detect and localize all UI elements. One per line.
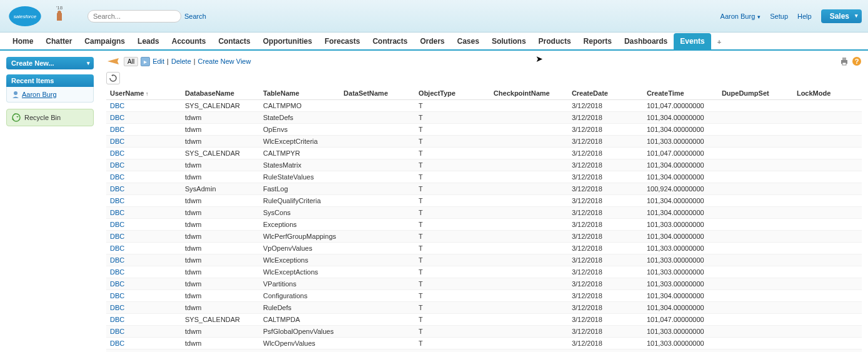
cell: DBC [106,100,181,112]
cell [340,112,415,124]
tab-events[interactable]: Events [674,33,711,49]
cell [793,171,862,183]
tab-orders[interactable]: Orders [414,33,451,49]
table-row[interactable]: DBCtdwmStatesMatrixT3/12/2018101,304.000… [106,159,862,171]
table-row[interactable]: DBCtdwmConfigurationsT3/12/2018101,304.0… [106,290,862,302]
help-icon[interactable]: ? [852,56,862,66]
table-row[interactable]: DBCtdwmWlcExceptActionsT3/12/2018101,303… [106,266,862,278]
tab-reports[interactable]: Reports [577,33,618,49]
tab-products[interactable]: Products [532,33,577,49]
table-row[interactable]: DBCtdwmWlcExceptionsT3/12/2018101,303.00… [106,254,862,266]
tab-home[interactable]: Home [6,33,39,49]
cell [490,219,568,231]
cell [718,231,793,243]
cell [793,112,862,124]
cell: StatesMatrix [259,159,340,171]
tab-dashboards[interactable]: Dashboards [618,33,674,49]
help-link[interactable]: Help [797,13,812,20]
cell [718,112,793,124]
tab-opportunities[interactable]: Opportunities [257,33,319,49]
search-button[interactable]: Search [184,13,206,20]
col-databasename[interactable]: DatabaseName [181,87,259,100]
tab-accounts[interactable]: Accounts [166,33,212,49]
recycle-bin[interactable]: Recycle Bin [6,109,94,126]
col-tablename[interactable]: TableName [259,87,340,100]
cell [490,124,568,136]
tab-forecasts[interactable]: Forecasts [318,33,366,49]
content: All ▸ Edit | Delete | Create New View ? … [100,51,868,352]
col-createtime[interactable]: CreateTime [643,87,718,100]
table-row[interactable]: DBCtdwmPsfGlobalOpenvValuesT3/12/2018101… [106,326,862,338]
tab-chatter[interactable]: Chatter [39,33,78,49]
search-input[interactable] [87,10,181,23]
table-row[interactable]: DBCtdwmStateDefsT3/12/2018101,304.000000… [106,112,862,124]
cell [340,338,415,349]
cell: tdwm [181,302,259,314]
table-row[interactable]: DBCtdwmRuleQualifyCriteriaT3/12/2018101,… [106,195,862,207]
person-icon [12,91,19,98]
table-row[interactable]: DBCtdwmRuleStateValuesT3/12/2018101,304.… [106,171,862,183]
setup-link[interactable]: Setup [770,13,788,20]
col-objecttype[interactable]: ObjectType [415,87,490,100]
cell: tdwm [181,349,259,353]
cell: T [415,136,490,148]
cell [793,338,862,349]
table-row[interactable]: DBCtdwmOpEnvsT3/12/2018101,304.00000000 [106,124,862,136]
tab-campaigns[interactable]: Campaigns [78,33,131,49]
recent-item[interactable]: Aaron Burg [12,91,88,98]
col-dupedumpset[interactable]: DupeDumpSet [718,87,793,100]
cell: RuleDefs [259,302,340,314]
edit-link[interactable]: Edit [152,58,164,65]
tab-leads[interactable]: Leads [131,33,166,49]
table-row[interactable]: DBCSYS_CALENDARCALTMPDAT3/12/2018101,047… [106,314,862,326]
table-row[interactable]: DBCtdwmWlcExceptCriteriaT3/12/2018101,30… [106,136,862,148]
global-header: salesforce '18 Search Aaron Burg Setup H… [0,0,868,33]
cell: CALTMPMO [259,100,340,112]
table-row[interactable]: DBCSYS_CALENDARCALTMPYRT3/12/2018101,047… [106,148,862,159]
cell [793,326,862,338]
col-datasetname[interactable]: DataSetName [340,87,415,100]
table-row[interactable]: DBCtdwmVpOpenvValuesT3/12/2018101,303.00… [106,243,862,254]
table-row[interactable]: DBCSysAdminFastLogT3/12/2018100,924.0000… [106,183,862,195]
view-selector[interactable]: All [124,57,138,66]
cell [793,100,862,112]
create-new-button[interactable]: Create New... [6,57,94,69]
table-row[interactable]: DBCSYS_CALENDARCALTMPMOT3/12/2018101,047… [106,100,862,112]
cell [340,195,415,207]
cell: 101,303.00000000 [643,136,718,148]
table-row[interactable]: DBCtdwmRuleDefsT3/12/2018101,304.0000000… [106,302,862,314]
col-createdate[interactable]: CreateDate [568,87,643,100]
user-menu[interactable]: Aaron Burg [721,13,761,20]
printer-icon[interactable] [839,56,849,66]
tab-cases[interactable]: Cases [451,33,486,49]
col-username[interactable]: UserName [106,87,181,100]
tab-contacts[interactable]: Contacts [212,33,256,49]
table-row[interactable]: DBCtdwmWlcPerfGroupMappingsT3/12/2018101… [106,231,862,243]
refresh-button[interactable] [106,72,120,84]
app-switcher[interactable]: Sales [821,9,862,23]
cell: PsfGlobalOpenvValues [259,326,340,338]
tab-solutions[interactable]: Solutions [486,33,532,49]
tab-add[interactable]: + [711,34,727,49]
table-row[interactable]: DBCtdwmExceptionsT3/12/2018101,303.00000… [106,219,862,231]
cell: WlcPerfGroupMappings [259,231,340,243]
tab-contracts[interactable]: Contracts [366,33,414,49]
table-row[interactable]: DBCtdwmWlcOpenvValuesT3/12/2018101,303.0… [106,338,862,349]
delete-link[interactable]: Delete [171,58,191,65]
col-lockmode[interactable]: LockMode [793,87,862,100]
table-row[interactable]: DBCtdwmSysConsT3/12/2018101,304.00000000 [106,207,862,219]
cell: tdwm [181,243,259,254]
salesforce-logo[interactable]: salesforce [6,4,44,29]
cell: tdwm [181,195,259,207]
create-view-link[interactable]: Create New View [198,58,251,65]
cell [793,183,862,195]
cell: WlcExceptCriteria [259,136,340,148]
cell: DBC [106,254,181,266]
cell [793,302,862,314]
col-checkpointname[interactable]: CheckpointName [490,87,568,100]
table-row[interactable]: DBCtdwmWlcUtilityMappingsT3/12/2018101,3… [106,349,862,353]
go-button[interactable]: ▸ [141,57,150,66]
cell: 3/12/2018 [568,100,643,112]
table-row[interactable]: DBCtdwmVPartitionsT3/12/2018101,303.0000… [106,278,862,290]
cell: 3/12/2018 [568,302,643,314]
